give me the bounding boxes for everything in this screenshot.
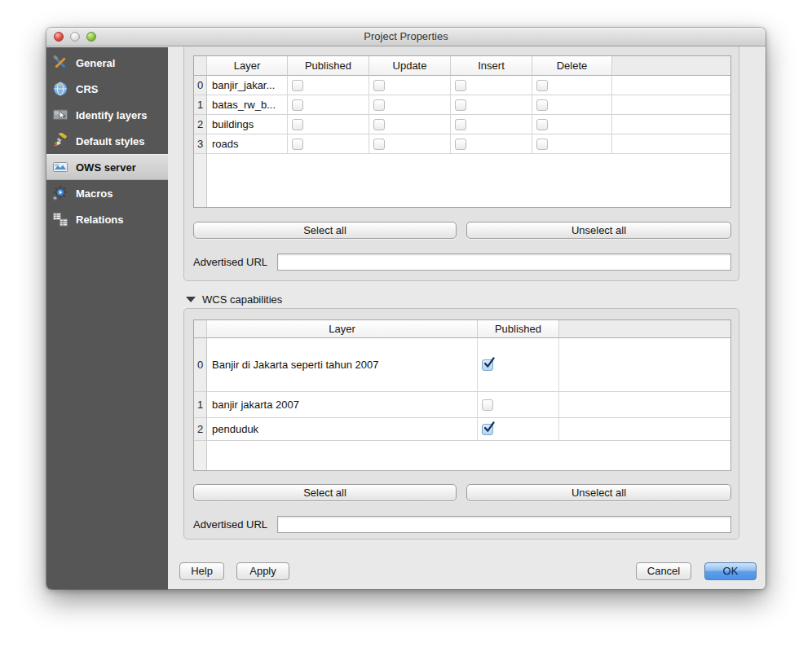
- delete-checkbox[interactable]: [536, 119, 548, 130]
- insert-cell: [451, 95, 532, 115]
- update-cell: [369, 134, 451, 154]
- delete-cell: [532, 95, 612, 115]
- update-cell: [369, 115, 451, 134]
- table-corner-cell: [194, 320, 207, 338]
- sidebar: GeneralCRSIdentify layersDefault stylesO…: [46, 47, 168, 589]
- row-number-cell: 1: [194, 95, 207, 115]
- sidebar-item-default-styles[interactable]: Default styles: [46, 128, 168, 154]
- wcs-section-header: WCS capabilities: [186, 293, 282, 306]
- column-header-update[interactable]: Update: [369, 56, 451, 76]
- minimize-button[interactable]: [70, 32, 80, 42]
- published-checkbox[interactable]: [292, 139, 303, 150]
- project-properties-window: Project Properties GeneralCRSIdentify la…: [46, 28, 766, 589]
- sidebar-item-identify-layers[interactable]: Identify layers: [46, 102, 168, 128]
- published-checkbox[interactable]: [292, 119, 303, 130]
- title-bar[interactable]: Project Properties: [46, 28, 766, 46]
- insert-cell: [451, 134, 532, 154]
- update-checkbox[interactable]: [373, 80, 385, 91]
- row-filler: [612, 95, 730, 115]
- wms-select-all-button[interactable]: Select all: [193, 222, 457, 239]
- sidebar-item-ows-server[interactable]: OWS server: [46, 154, 168, 180]
- cancel-button[interactable]: Cancel: [636, 562, 691, 580]
- delete-checkbox[interactable]: [536, 99, 548, 111]
- column-header-published[interactable]: Published: [478, 320, 559, 338]
- header-filler: [559, 320, 730, 338]
- insert-checkbox[interactable]: [455, 139, 466, 150]
- wcs-unselect-all-button[interactable]: Unselect all: [466, 484, 731, 501]
- delete-cell: [532, 115, 612, 134]
- update-checkbox[interactable]: [373, 119, 385, 130]
- globe-icon: [51, 81, 69, 97]
- published-cell: [478, 392, 559, 418]
- layer-name-cell[interactable]: banjir jakarta 2007: [207, 392, 478, 418]
- collapse-triangle-icon[interactable]: [186, 297, 196, 302]
- sidebar-item-crs[interactable]: CRS: [46, 76, 168, 102]
- published-checkbox[interactable]: [292, 99, 303, 111]
- paintbrush-icon: [51, 133, 69, 149]
- published-checkbox[interactable]: [482, 424, 493, 435]
- row-filler: [559, 338, 730, 392]
- published-cell: [288, 115, 369, 134]
- table-row: 3roads: [194, 134, 730, 154]
- update-checkbox[interactable]: [373, 99, 385, 111]
- sidebar-item-macros[interactable]: Macros: [46, 180, 168, 206]
- content-area: LayerPublishedUpdateInsertDelete0banjir_…: [168, 46, 766, 589]
- window-title: Project Properties: [46, 28, 766, 46]
- layer-name-cell[interactable]: penduduk: [207, 418, 478, 441]
- row-number-strip: [194, 441, 207, 470]
- delete-cell: [532, 76, 612, 95]
- published-checkbox[interactable]: [482, 399, 493, 411]
- insert-checkbox[interactable]: [455, 99, 466, 111]
- table-corner-cell: [194, 56, 207, 76]
- column-header-insert[interactable]: Insert: [451, 56, 532, 76]
- published-checkbox[interactable]: [292, 80, 303, 91]
- layer-name-cell[interactable]: banjir_jakar...: [207, 76, 288, 95]
- table-row: 0Banjir di Jakarta seperti tahun 2007: [194, 338, 730, 392]
- wcs-advertised-url-input[interactable]: [277, 516, 731, 533]
- sidebar-item-relations[interactable]: Relations: [46, 206, 168, 232]
- wms-advertised-url-input[interactable]: [277, 253, 731, 271]
- layer-name-cell[interactable]: roads: [207, 134, 288, 154]
- published-cell: [478, 418, 559, 441]
- layer-name-cell[interactable]: batas_rw_b...: [207, 95, 288, 115]
- wcs-section-title: WCS capabilities: [202, 293, 282, 306]
- update-checkbox[interactable]: [373, 139, 385, 150]
- macros-gear-icon: [51, 185, 69, 201]
- table-header-row: LayerPublishedUpdateInsertDelete: [194, 56, 730, 76]
- wms-advertised-url-label: Advertised URL: [193, 256, 277, 268]
- sidebar-item-label: Default styles: [76, 135, 145, 148]
- apply-button[interactable]: Apply: [236, 562, 289, 580]
- wms-advertised-url-row: Advertised URL: [193, 253, 731, 271]
- delete-checkbox[interactable]: [536, 80, 548, 91]
- table-empty-area: [194, 154, 730, 207]
- table-row: 0banjir_jakar...: [194, 76, 730, 95]
- insert-checkbox[interactable]: [455, 119, 466, 130]
- sidebar-item-label: Relations: [76, 214, 124, 226]
- column-header-delete[interactable]: Delete: [532, 56, 612, 76]
- column-header-layer[interactable]: Layer: [207, 56, 288, 76]
- ows-server-icon: [51, 159, 69, 175]
- sidebar-item-general[interactable]: General: [46, 50, 168, 76]
- layer-name-cell[interactable]: Banjir di Jakarta seperti tahun 2007: [207, 338, 478, 392]
- row-filler: [559, 392, 730, 418]
- help-button[interactable]: Help: [179, 562, 224, 580]
- sidebar-item-label: General: [76, 57, 115, 69]
- delete-checkbox[interactable]: [536, 139, 548, 150]
- row-filler: [612, 134, 730, 154]
- zoom-button[interactable]: [86, 32, 96, 42]
- published-checkbox[interactable]: [482, 359, 493, 371]
- wcs-select-all-button[interactable]: Select all: [193, 484, 457, 501]
- wms-layers-table: LayerPublishedUpdateInsertDelete0banjir_…: [193, 55, 731, 208]
- ok-button[interactable]: OK: [704, 562, 757, 580]
- insert-cell: [451, 115, 532, 134]
- column-header-layer[interactable]: Layer: [207, 320, 478, 338]
- insert-checkbox[interactable]: [455, 80, 466, 91]
- wms-unselect-all-button[interactable]: Unselect all: [466, 222, 731, 239]
- general-tools-icon: [51, 55, 69, 71]
- row-number-cell: 0: [194, 338, 207, 392]
- header-filler: [612, 56, 730, 76]
- close-button[interactable]: [54, 32, 64, 42]
- row-number-strip: [194, 154, 207, 207]
- column-header-published[interactable]: Published: [288, 56, 369, 76]
- layer-name-cell[interactable]: buildings: [207, 115, 288, 134]
